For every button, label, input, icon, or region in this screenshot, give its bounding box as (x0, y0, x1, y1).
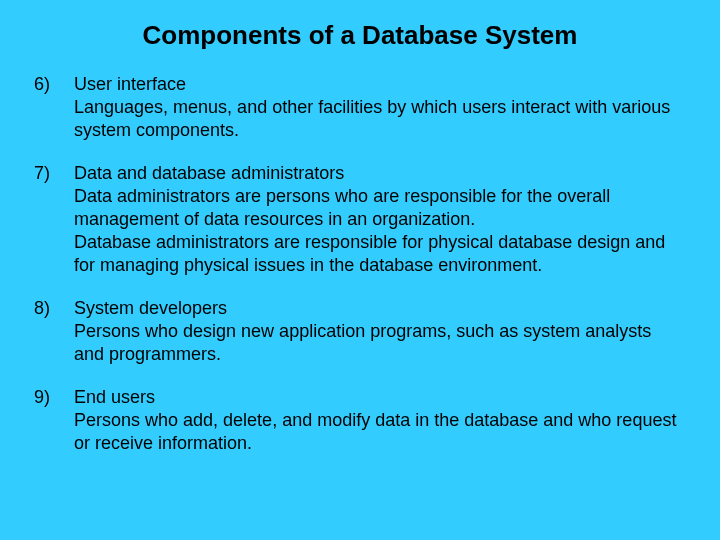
list-item: 7) Data and database administrators Data… (34, 162, 686, 277)
item-term: End users (74, 386, 686, 409)
item-term: Data and database administrators (74, 162, 686, 185)
slide: Components of a Database System 6) User … (0, 0, 720, 540)
item-description: Persons who add, delete, and modify data… (74, 409, 686, 455)
list-item: 9) End users Persons who add, delete, an… (34, 386, 686, 455)
list-item: 6) User interface Languages, menus, and … (34, 73, 686, 142)
item-number: 7) (34, 162, 74, 277)
item-body: Data and database administrators Data ad… (74, 162, 686, 277)
item-term: User interface (74, 73, 686, 96)
item-body: System developers Persons who design new… (74, 297, 686, 366)
item-description: Languages, menus, and other facilities b… (74, 96, 686, 142)
item-description: Persons who design new application progr… (74, 320, 686, 366)
list-item: 8) System developers Persons who design … (34, 297, 686, 366)
item-description: Data administrators are persons who are … (74, 185, 686, 231)
item-description: Database administrators are responsible … (74, 231, 686, 277)
item-number: 9) (34, 386, 74, 455)
item-number: 6) (34, 73, 74, 142)
slide-title: Components of a Database System (34, 18, 686, 51)
item-term: System developers (74, 297, 686, 320)
item-body: User interface Languages, menus, and oth… (74, 73, 686, 142)
item-number: 8) (34, 297, 74, 366)
item-body: End users Persons who add, delete, and m… (74, 386, 686, 455)
